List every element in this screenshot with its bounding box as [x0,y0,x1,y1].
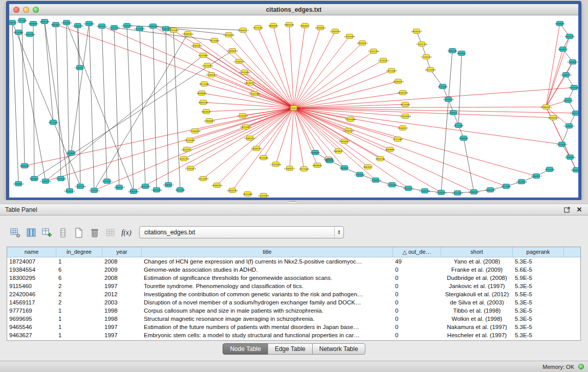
table-cell[interactable]: 19384554 [7,266,56,274]
table-cell[interactable]: Yano et al. (2008) [441,257,513,266]
create-column-icon[interactable] [41,227,53,239]
table-cell[interactable]: Disruption of a novel member of a sodium… [142,298,393,307]
table-cell[interactable]: 5.3E-5 [513,298,564,307]
table-row[interactable]: 946554611997Estimation of the future num… [7,323,580,331]
table-selector-dropdown[interactable]: citations_edges.txt ▲▼ [139,226,344,238]
table-cell[interactable]: 14569117 [7,298,56,307]
table-cell[interactable]: 5.5E-5 [513,290,564,298]
table-cell[interactable]: 49 [393,257,441,266]
table-row[interactable]: 946362711997Embryonic stem cells: a mode… [7,331,580,339]
table-cell[interactable]: 9777169 [7,307,56,315]
table-cell[interactable]: 5.3E-5 [513,307,564,315]
close-panel-icon[interactable]: ✕ [576,206,583,213]
table-cell[interactable]: Structural magnetic resonance image aver… [142,315,393,323]
horizontal-splitter[interactable] [0,200,588,204]
table-cell[interactable]: Changes of HCN gene expression and I(f) … [142,257,393,266]
tab-edge-table[interactable]: Edge Table [268,343,313,355]
column-header-year[interactable]: year [102,247,142,257]
table-cell[interactable]: Tibbo et al. (1998) [441,307,513,315]
table-cell[interactable]: 1 [56,323,102,331]
table-cell[interactable]: 2 [56,298,102,307]
close-window-button[interactable] [13,7,19,13]
table-cell[interactable]: 0 [393,307,441,315]
import-table-icon[interactable] [104,227,117,239]
table-cell[interactable]: Estimation of significance thresholds fo… [142,274,393,282]
table-cell[interactable]: Investigating the contribution of common… [142,290,393,298]
delete-icon[interactable] [89,227,101,239]
table-cell[interactable]: 9115460 [7,282,56,290]
float-panel-icon[interactable] [563,206,571,213]
table-cell[interactable]: 0 [393,315,441,323]
table-cell[interactable]: 9699695 [7,315,56,323]
table-cell[interactable]: 2 [56,290,102,298]
table-cell[interactable]: 5.3E-5 [513,257,564,266]
table-cell[interactable]: 0 [393,323,441,331]
table-cell[interactable]: 5.6E-5 [513,266,564,274]
table-row[interactable]: 969969511998Structural magnetic resonanc… [7,315,580,323]
table-cell[interactable]: Franke et al. (2009) [441,266,513,274]
table-cell[interactable]: Hescheler et al. (1997) [441,331,513,339]
column-header-short[interactable]: short [441,247,513,257]
column-header-in_degree[interactable]: in_degree [56,247,102,257]
table-cell[interactable]: 1 [56,315,102,323]
table-cell[interactable]: 22420046 [7,290,56,298]
table-row[interactable]: 1830029562008Estimation of significance … [7,274,580,282]
table-cell[interactable]: 1 [56,307,102,315]
tab-node-table[interactable]: Node Table [223,343,268,355]
show-columns-icon[interactable] [25,227,37,239]
splitter-handle[interactable] [289,201,296,203]
table-cell[interactable]: 9465546 [7,323,56,331]
column-header-name[interactable]: name [7,247,56,257]
column-header-pagerank[interactable]: pagerank [513,247,564,257]
table-cell[interactable]: 1998 [102,307,142,315]
table-cell[interactable]: Corpus callosum shape and size in male p… [142,307,393,315]
table-cell[interactable]: 5.3E-5 [513,282,564,290]
table-cell[interactable]: 5.3E-5 [513,331,564,339]
table-cell[interactable]: 2008 [102,257,142,266]
tab-network-table[interactable]: Network Table [312,343,365,355]
minimize-window-button[interactable] [23,7,29,13]
table-cell[interactable]: 18724007 [7,257,56,266]
table-cell[interactable]: 5.3E-5 [513,323,564,331]
table-cell[interactable]: Estimation of the future numbers of pati… [142,323,393,331]
table-cell[interactable]: 0 [393,298,441,307]
table-row[interactable]: 911546021997Tourette syndrome. Phenomeno… [7,282,580,290]
table-cell[interactable]: 1997 [102,323,142,331]
table-row[interactable]: 1872400712008Changes of HCN gene express… [7,257,580,266]
column-header-title[interactable]: title [142,247,393,257]
network-canvas[interactable]: 1724031518724007193845541830029591154602… [9,15,578,198]
table-cell[interactable]: 0 [393,290,441,298]
table-cell[interactable]: 1997 [102,282,142,290]
table-cell[interactable]: Embryonic stem cells: a model to study s… [142,331,393,339]
table-cell[interactable]: 2008 [102,274,142,282]
table-cell[interactable]: 0 [393,266,441,274]
zoom-window-button[interactable] [33,7,39,13]
table-cell[interactable]: 5.3E-5 [513,315,564,323]
table-cell[interactable]: Wolkin et al. (1998) [441,315,513,323]
table-cell[interactable]: Nakamura et al. (1997) [441,323,513,331]
table-cell[interactable]: 2 [56,282,102,290]
table-cell[interactable]: 1998 [102,315,142,323]
table-cell[interactable]: 18300295 [7,274,56,282]
table-mode-icon[interactable] [9,227,21,239]
table-cell[interactable]: 2012 [102,290,142,298]
table-cell[interactable]: 0 [393,282,441,290]
table-cell[interactable]: 1 [56,331,102,339]
rows-icon[interactable] [57,227,69,239]
table-cell[interactable]: Genome-wide association studies in ADHD. [142,266,393,274]
table-cell[interactable]: 0 [393,274,441,282]
table-row[interactable]: 2242004622012Investigating the contribut… [7,290,580,298]
table-cell[interactable]: 1 [56,257,102,266]
table-cell[interactable]: de Silva et al. (2003) [441,298,513,307]
table-cell[interactable]: 6 [56,274,102,282]
table-cell[interactable]: Jankovic et al. (1997) [441,282,513,290]
table-cell[interactable]: 6 [56,266,102,274]
table-cell[interactable]: 0 [393,331,441,339]
table-cell[interactable]: Stergiakouli et al. (2012) [441,290,513,298]
table-cell[interactable]: 9463627 [7,331,56,339]
table-cell[interactable]: 2009 [102,266,142,274]
table-cell[interactable]: 5.9E-5 [513,274,564,282]
table-cell[interactable]: 1997 [102,331,142,339]
table-row[interactable]: 977716911998Corpus callosum shape and si… [7,307,580,315]
table-row[interactable]: 1456911722003Disruption of a novel membe… [7,298,580,307]
